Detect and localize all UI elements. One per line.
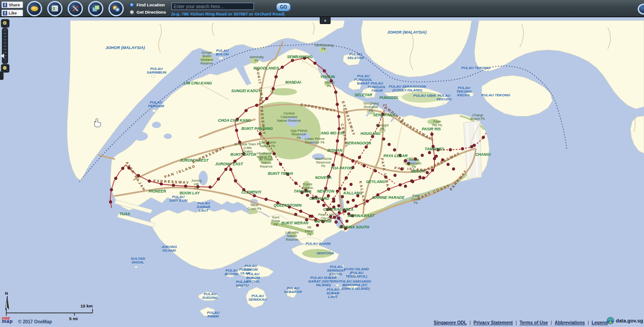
footer-link[interactable]: Abbreviations [555,320,585,325]
mrt-station-dot [259,133,262,135]
mrt-station-dot [337,115,340,118]
map-label: PULAUBUSING [224,268,239,276]
tools-button[interactable] [68,1,83,16]
map-label: PULAU UBIN [413,94,436,98]
mrt-station-dot [419,176,421,178]
go-button[interactable]: GO [276,3,291,11]
globe-icon [606,317,615,325]
map-label: BUKIT TIMAH [268,171,293,176]
facebook-like-button[interactable]: f Like [1,10,23,16]
map-label: SEMBAWANG [287,54,313,59]
mrt-station-dot [336,139,339,142]
map-label: S'poreBotanicGdns [302,182,313,193]
services-button[interactable] [108,1,124,16]
footer-link[interactable]: Legend [591,320,608,325]
map-label: PULAUBULOH [216,49,229,56]
datagov-logo[interactable]: data.gov.sg [606,317,643,325]
map-label: LIM CHU KANG [184,81,212,85]
mrt-station-dot [338,128,341,130]
mrt-station-dot [323,69,326,72]
search-input[interactable] [171,3,254,10]
mrt-station-dot [172,184,175,187]
mrt-station-dot [435,155,438,158]
mrt-station-dot [351,159,354,162]
copyright-text: © 2017 OneMap [18,319,52,324]
mrt-station-dot [422,177,425,179]
tools-icon [71,4,80,13]
footer-links: Singapore ODL|Privacy Statement|Terms of… [434,320,608,325]
layers-icon [91,4,100,13]
mrt-station-dot [265,198,268,201]
map-label: PUNGGOL [380,95,399,100]
scale-mi-label: 5 mi [69,316,78,321]
map-label: PASIR RIS [422,127,441,131]
basemap-button[interactable] [47,1,63,16]
zoom-in-icon [2,20,8,26]
themes-button[interactable] [27,1,42,16]
zoom-slider-track[interactable] [2,28,8,64]
mrt-station-dot [255,104,258,107]
find-location-radio[interactable] [130,3,134,7]
map-label: JOHOR (MALAYSIA) [387,30,427,35]
search-hint: (e.g. 786 Yishun Ring Road or 307987 or … [171,11,285,16]
map-label: Bt TimahNatureReserve [259,157,273,168]
mrt-station-dot [421,154,424,157]
mrt-station-dot [336,103,339,106]
footer-link[interactable]: Singapore ODL [434,320,467,325]
facebook-share-button[interactable]: f Share [1,1,23,8]
top-toolbar: f Share f Like Find Location Get Direct [0,0,644,17]
footer-link[interactable]: Privacy Statement [473,320,513,325]
onemap-logo[interactable]: one map [2,315,13,323]
map-canvas[interactable]: JOHOR (MALAYSIA)JOHOR (MALAYSIA)PULAUSAR… [0,0,644,327]
mrt-station-dot [235,129,238,132]
mrt-station-dot [110,188,113,191]
islet [443,103,445,104]
toolbar-edge-button[interactable] [638,4,644,15]
mrt-station-dot [281,66,283,69]
map-label: PULAU BRANI [305,242,331,246]
map-label: SELETAR [354,93,372,97]
map-label: PULAUPAWAI [207,311,220,318]
zoom-in-button[interactable] [1,19,10,28]
islet [219,57,223,59]
map-label: YISHUN [320,74,335,79]
map-label: CENTRAL AREA [323,207,354,212]
mrt-station-dot [350,183,352,186]
mrt-station-dot [341,154,344,156]
mrt-station-dot [346,201,349,203]
islet [151,75,156,78]
facebook-icon: f [3,11,7,15]
mrt-station-dot [365,146,367,149]
map-label: PasirRis Pk [432,119,442,127]
zoom-slider-handle[interactable] [0,54,4,58]
reservoir [164,134,172,139]
map-label: TOA PAYOH [331,166,353,170]
map-label: PAYA LEBAR [383,154,408,158]
side-panel-tab[interactable] [0,71,4,80]
map-label: PULAU SERANGOON(CONEY ISLAND) [389,84,426,92]
mrt-station-dot [374,169,377,172]
like-label: Like [9,11,17,15]
footer-link[interactable]: Terms of Use [520,320,548,325]
map-label: PULAUSUBARLAUT [327,287,340,299]
mrt-station-dot [363,164,366,167]
mrt-station-dot [279,163,282,166]
mrt-station-dot [339,187,342,190]
map-label: PULAUPERGAM [148,100,164,108]
collapse-toolbar-button[interactable]: ▲ [320,17,331,24]
mrt-station-dot [224,168,227,171]
mrt-station-dot [428,151,431,154]
mrt-station-dot [148,180,151,183]
map-label: Dairy FarmNature Pk [259,140,276,148]
islet [135,266,137,268]
mrt-station-dot [470,145,473,148]
layers-button[interactable] [88,1,103,16]
share-label: Share [9,3,20,7]
get-directions-radio[interactable] [130,10,134,15]
mrt-station-dot [291,59,294,62]
mrt-station-dot [299,210,302,213]
map-label: SungeiBulohWetlandReserve [200,50,213,65]
map-label: PULAUTEKONGKECHIL [456,86,472,97]
mrt-station-dot [345,177,347,179]
themes-icon [30,4,39,13]
